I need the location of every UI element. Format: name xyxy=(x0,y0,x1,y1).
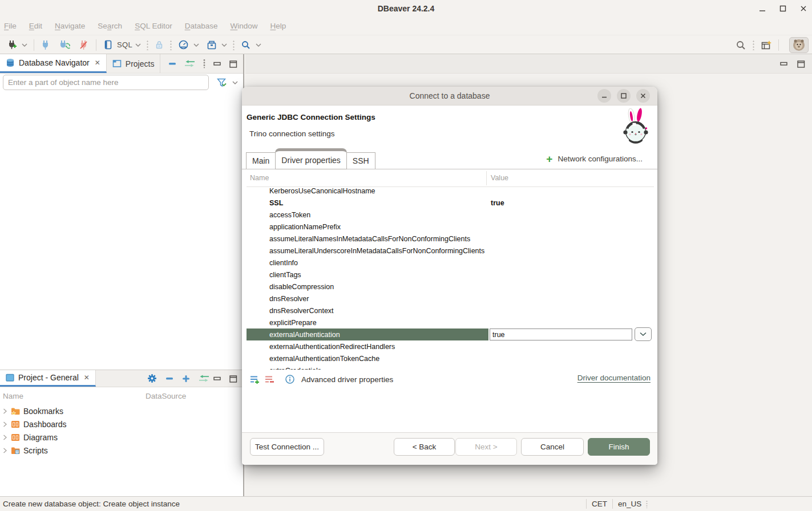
lock-icon[interactable] xyxy=(153,38,165,52)
search-icon[interactable] xyxy=(734,38,748,52)
object-filter-input[interactable] xyxy=(3,75,209,90)
maximize-panel-icon[interactable] xyxy=(229,60,237,68)
menu-search[interactable]: Search xyxy=(98,22,122,30)
dashboard-icon[interactable] xyxy=(177,38,190,52)
remove-property-icon[interactable] xyxy=(265,375,274,384)
finish-button[interactable]: Finish xyxy=(588,438,650,456)
tree-item-dashboards[interactable]: Dashboards xyxy=(0,417,243,431)
window-close-icon[interactable] xyxy=(799,5,807,13)
property-row[interactable]: explicitPrepare xyxy=(247,317,654,328)
property-row[interactable]: clientInfo xyxy=(247,257,654,269)
property-row[interactable]: externalAuthentication xyxy=(247,328,654,340)
menu-help[interactable]: Help xyxy=(270,22,286,30)
view-menu-icon[interactable] xyxy=(203,59,205,68)
collapse-all-icon[interactable] xyxy=(165,377,173,380)
tree-item-bookmarks[interactable]: Bookmarks xyxy=(0,404,243,417)
add-property-icon[interactable] xyxy=(250,375,260,384)
tab-project-general[interactable]: Project - General ✕ xyxy=(0,370,96,387)
property-row[interactable]: SSLtrue xyxy=(247,197,654,209)
property-value-dropdown[interactable] xyxy=(635,327,652,341)
maximize-panel-icon[interactable] xyxy=(797,60,805,68)
menu-database[interactable]: Database xyxy=(185,22,218,30)
sql-editor-dropdown-icon[interactable] xyxy=(135,43,142,47)
tab-ssh[interactable]: SSH xyxy=(346,152,375,169)
tree-item-scripts[interactable]: Scripts xyxy=(0,444,243,457)
minimize-panel-icon[interactable] xyxy=(213,62,221,66)
menu-sql-editor[interactable]: SQL Editor xyxy=(135,22,172,30)
cancel-button[interactable]: Cancel xyxy=(521,438,584,456)
expander-chevron-icon[interactable] xyxy=(3,408,11,414)
search-db-dropdown-icon[interactable] xyxy=(255,43,262,47)
sql-editor-label[interactable]: SQL xyxy=(117,40,132,49)
network-configurations-button[interactable]: + Network configurations... xyxy=(546,148,643,169)
dialog-close-icon[interactable] xyxy=(636,89,650,103)
back-button[interactable]: < Back xyxy=(394,438,455,456)
link-editor-icon[interactable] xyxy=(184,60,195,67)
expander-chevron-icon[interactable] xyxy=(3,421,11,427)
search-db-icon[interactable] xyxy=(240,38,252,52)
maximize-panel-icon[interactable] xyxy=(229,375,237,383)
filter-icon[interactable] xyxy=(217,78,227,87)
minimize-panel-icon[interactable] xyxy=(213,376,221,381)
reconnect-icon[interactable] xyxy=(58,38,72,52)
property-name: dnsResolver xyxy=(247,295,486,303)
sql-editor-icon[interactable] xyxy=(102,38,114,52)
property-row[interactable]: KerberosUseCanonicalHostname xyxy=(247,187,654,197)
property-row[interactable]: accessToken xyxy=(247,209,654,221)
column-name[interactable]: Name xyxy=(0,392,146,400)
filter-dropdown-icon[interactable] xyxy=(232,80,239,85)
property-row[interactable]: externalAuthenticationTokenCache xyxy=(247,352,654,364)
expander-chevron-icon[interactable] xyxy=(3,435,11,440)
property-row[interactable]: extraCredentials xyxy=(247,364,654,370)
close-tab-icon[interactable]: ✕ xyxy=(84,374,90,382)
tree-item-diagrams[interactable]: Diagrams xyxy=(0,431,243,444)
minimize-panel-icon[interactable] xyxy=(780,62,788,66)
column-name[interactable]: Name xyxy=(250,174,269,182)
expand-all-icon[interactable] xyxy=(182,375,190,383)
tab-database-navigator[interactable]: Database Navigator ✕ xyxy=(0,54,107,73)
property-value-input[interactable] xyxy=(490,328,632,340)
dashboard-dropdown-icon[interactable] xyxy=(193,43,200,47)
property-row[interactable]: clientTags xyxy=(247,269,654,281)
property-row[interactable]: assumeLiteralNamesInMetadataCallsForNonC… xyxy=(247,233,654,245)
dialog-titlebar[interactable]: Connect to a database xyxy=(242,87,657,106)
tab-driver-properties[interactable]: Driver properties xyxy=(275,148,346,169)
disconnect-icon[interactable] xyxy=(78,38,90,52)
settings-gear-icon[interactable] xyxy=(147,374,157,383)
window-maximize-icon[interactable] xyxy=(779,5,787,13)
test-connection-button[interactable]: Test Connection ... xyxy=(250,438,324,456)
window-minimize-icon[interactable] xyxy=(758,5,766,13)
tab-main[interactable]: Main xyxy=(246,152,276,169)
collapse-all-icon[interactable] xyxy=(168,62,176,66)
column-datasource[interactable]: DataSource xyxy=(146,392,186,400)
tab-projects[interactable]: Projects xyxy=(107,54,161,73)
dialog-minimize-icon[interactable] xyxy=(597,89,611,103)
status-locale[interactable]: en_US xyxy=(618,500,641,508)
menu-file[interactable]: File xyxy=(4,22,17,30)
close-tab-icon[interactable]: ✕ xyxy=(95,59,100,67)
menu-navigate[interactable]: Navigate xyxy=(55,22,85,30)
link-editor-icon[interactable] xyxy=(199,375,209,382)
menu-window[interactable]: Window xyxy=(230,22,257,30)
property-row[interactable]: dnsResolverContext xyxy=(247,305,654,317)
menu-edit[interactable]: Edit xyxy=(29,22,42,30)
archive-icon[interactable] xyxy=(205,38,218,52)
property-row[interactable]: applicationNamePrefix xyxy=(247,221,654,233)
property-row[interactable]: externalAuthenticationRedirectHandlers xyxy=(247,340,654,352)
status-timezone[interactable]: CET xyxy=(592,500,607,508)
perspective-icon[interactable] xyxy=(760,38,774,52)
driver-documentation-link[interactable]: Driver documentation xyxy=(577,374,651,382)
archive-dropdown-icon[interactable] xyxy=(221,43,228,47)
column-value[interactable]: Value xyxy=(491,174,508,182)
property-name: assumeLiteralUnderscoreInMetadataCallsFo… xyxy=(247,247,486,255)
property-row[interactable]: disableCompression xyxy=(247,281,654,293)
dialog-maximize-icon[interactable] xyxy=(617,89,631,103)
new-connection-dropdown-icon[interactable] xyxy=(21,43,28,47)
new-connection-icon[interactable] xyxy=(6,38,19,52)
property-row[interactable]: assumeLiteralUnderscoreInMetadataCallsFo… xyxy=(247,245,654,257)
expander-chevron-icon[interactable] xyxy=(3,448,11,453)
next-button[interactable]: Next > xyxy=(455,438,517,456)
property-row[interactable]: dnsResolver xyxy=(247,293,654,305)
avatar[interactable] xyxy=(789,37,809,53)
connect-icon[interactable] xyxy=(40,38,52,52)
